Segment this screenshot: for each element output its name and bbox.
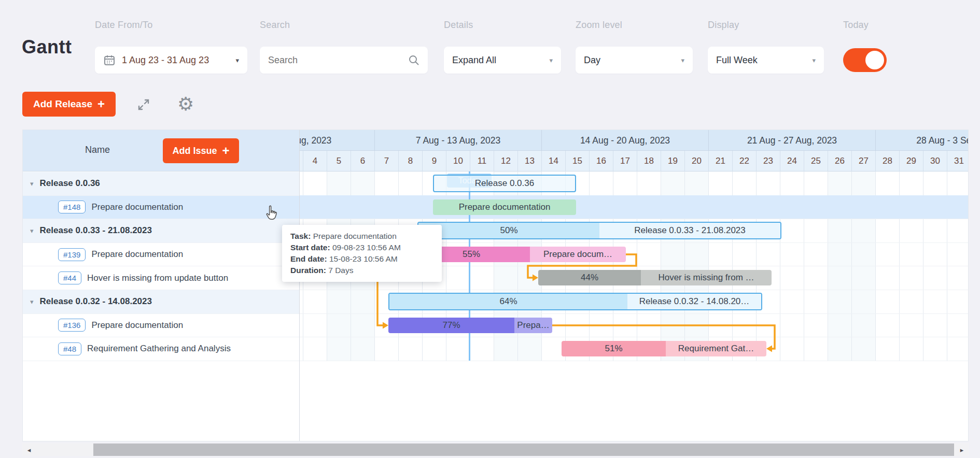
- details-select[interactable]: Expand All ▾: [444, 47, 561, 74]
- day-header-cell: 11: [470, 151, 494, 171]
- issue-row[interactable]: #148Prepare documentation: [23, 196, 300, 220]
- collapse-triangle-icon[interactable]: ▾: [30, 180, 34, 188]
- issue-key-badge[interactable]: #44: [58, 271, 81, 284]
- issue-row[interactable]: #48Requirement Gathering and Analysis: [23, 337, 300, 361]
- today-toggle[interactable]: [843, 48, 887, 72]
- add-issue-button[interactable]: Add Issue +: [163, 138, 239, 163]
- bar-name-label: Release 0.0.36: [434, 176, 575, 191]
- tooltip-task-label: Task:: [290, 232, 311, 240]
- expand-fullscreen-icon[interactable]: [135, 96, 152, 115]
- bar-percent-label: 44%: [538, 270, 641, 285]
- timeline-pane: 31 Jul - 6 Aug, 20237 Aug - 13 Aug, 2023…: [300, 130, 969, 441]
- bar-name-label: Release 0.0.32 - 14.08.20…: [627, 294, 761, 309]
- issue-key-badge[interactable]: #139: [58, 248, 86, 261]
- issue-row[interactable]: #44Hover is missing from update button: [23, 266, 300, 290]
- horizontal-scrollbar[interactable]: ◂ ▸: [22, 443, 969, 456]
- name-column-header: Name: [85, 145, 110, 155]
- tooltip-duration-label: Duration:: [290, 266, 326, 275]
- toggle-knob: [865, 51, 884, 69]
- gantt-title: Gantt: [22, 36, 72, 58]
- search-input[interactable]: [268, 55, 408, 66]
- details-label: Details: [444, 20, 473, 31]
- scroll-left-button[interactable]: ◂: [22, 443, 36, 456]
- scrollbar-thumb[interactable]: [93, 443, 954, 456]
- display-label: Display: [708, 20, 739, 31]
- bar-name-label: Release 0.0.33 - 21.08.2023: [599, 223, 780, 238]
- grid-row-line: [300, 290, 969, 290]
- day-header-cell: 8: [398, 151, 422, 171]
- release-bar[interactable]: Release 0.0.36: [433, 175, 576, 192]
- display-value: Full Week: [716, 55, 758, 66]
- chevron-down-icon: ▾: [812, 56, 816, 64]
- issue-name: Hover is missing from update button: [87, 273, 228, 283]
- display-select[interactable]: Full Week ▾: [708, 47, 824, 74]
- day-header-cell: 14: [541, 151, 565, 171]
- chevron-down-icon: ▾: [549, 56, 553, 64]
- day-header-cell: 12: [494, 151, 517, 171]
- day-header-row: 4567891011121314151617181920212223242526…: [300, 151, 969, 171]
- cursor-pointer-icon: [264, 205, 279, 225]
- add-release-label: Add Release: [33, 98, 92, 110]
- release-row[interactable]: ▾Release 0.0.32 - 14.08.2023: [23, 290, 300, 314]
- bar-name-label: Prepa…: [514, 318, 552, 333]
- task-bar[interactable]: 55%Prepare docum…: [413, 247, 626, 262]
- collapse-triangle-icon[interactable]: ▾: [30, 227, 34, 235]
- zoom-level-select[interactable]: Day ▾: [576, 47, 693, 74]
- week-header-cell: 14 Aug - 20 Aug, 2023: [541, 130, 708, 151]
- issue-name: Prepare documentation: [91, 320, 183, 331]
- date-range-picker[interactable]: 1 Aug 23 - 31 Aug 23 ▾: [95, 47, 247, 74]
- task-bar[interactable]: Prepare documentation: [433, 199, 576, 215]
- release-bar[interactable]: 64%Release 0.0.32 - 14.08.20…: [388, 293, 762, 310]
- issue-row[interactable]: #136Prepare documentation: [23, 314, 300, 338]
- gear-icon[interactable]: ⚙: [177, 93, 194, 115]
- issue-name: Prepare documentation: [91, 249, 183, 260]
- task-bar[interactable]: 44%Hover is missing from …: [538, 270, 772, 285]
- week-header-cell: 31 Jul - 6 Aug, 2023: [300, 130, 374, 151]
- task-list-panel: Name Add Issue + ▾Release 0.0.36#148Prep…: [23, 130, 300, 441]
- grid-row-line: [300, 219, 969, 219]
- task-tooltip: Task: Prepare documentation Start date: …: [282, 225, 442, 282]
- issue-key-badge[interactable]: #148: [58, 201, 86, 213]
- issue-key-badge[interactable]: #136: [58, 319, 86, 332]
- chevron-down-icon: ▾: [681, 56, 684, 64]
- task-bar[interactable]: 77%Prepa…: [388, 318, 552, 333]
- day-header-cell: 23: [756, 151, 780, 171]
- plus-icon: +: [97, 98, 105, 110]
- task-list-header: Name Add Issue +: [23, 130, 300, 171]
- release-row[interactable]: ▾Release 0.0.33 - 21.08.2023: [23, 219, 300, 243]
- day-header-cell: 15: [565, 151, 589, 171]
- task-bar[interactable]: 51%Requirement Gat…: [562, 341, 766, 356]
- week-header-cell: 21 Aug - 27 Aug, 2023: [708, 130, 875, 151]
- date-range-value: 1 Aug 23 - 31 Aug 23: [122, 55, 209, 66]
- day-header-cell: 17: [613, 151, 637, 171]
- scroll-right-button[interactable]: ▸: [955, 443, 969, 456]
- bar-percent-label: 51%: [562, 341, 666, 356]
- tooltip-start-label: Start date:: [290, 243, 330, 252]
- day-header-cell: 13: [517, 151, 541, 171]
- day-header-cell: 19: [661, 151, 684, 171]
- release-row[interactable]: ▾Release 0.0.36: [23, 172, 300, 196]
- add-release-button[interactable]: Add Release +: [22, 92, 116, 117]
- zoom-level-label: Zoom level: [576, 20, 622, 31]
- day-header-cell: 7: [374, 151, 398, 171]
- search-label: Search: [260, 20, 290, 31]
- bar-percent-label: 64%: [389, 294, 627, 309]
- day-header-cell: 6: [351, 151, 374, 171]
- issue-row[interactable]: #139Prepare documentation: [23, 243, 300, 267]
- day-header-cell: 25: [804, 151, 828, 171]
- bar-name-label: Prepare docum…: [530, 247, 626, 262]
- week-header-cell: 28 Aug - 3 Sep, 2023: [875, 130, 969, 151]
- search-box[interactable]: [260, 47, 428, 74]
- search-icon[interactable]: [408, 54, 419, 66]
- day-header-cell: 28: [875, 151, 899, 171]
- day-header-cell: 24: [780, 151, 804, 171]
- release-bar[interactable]: 50%Release 0.0.33 - 21.08.2023: [417, 222, 781, 239]
- collapse-triangle-icon[interactable]: ▾: [30, 298, 34, 306]
- tooltip-start-value: 09-08-23 10:56 AM: [332, 243, 401, 252]
- grid-row-line: [300, 337, 969, 337]
- day-header-cell: 4: [303, 151, 327, 171]
- day-header-cell: 26: [828, 151, 851, 171]
- day-header-cell: 30: [923, 151, 947, 171]
- issue-key-badge[interactable]: #48: [58, 342, 81, 355]
- selected-row-band: [300, 195, 969, 219]
